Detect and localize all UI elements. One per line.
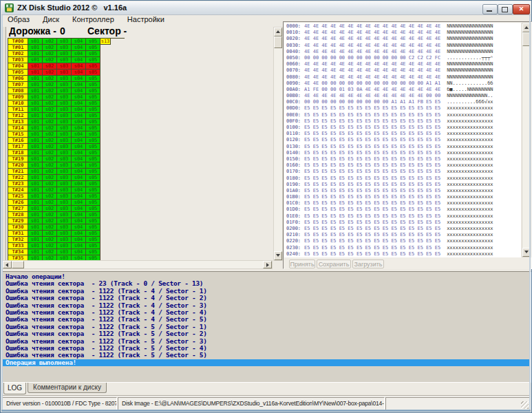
track-cell[interactable]: T#34 [8, 249, 28, 255]
sector-cell-ok[interactable]: s05 [86, 193, 100, 200]
sector-cell-ok[interactable]: s05 [86, 237, 100, 243]
sector-cell-ok[interactable]: s05 [86, 100, 100, 107]
sector-cell-ok[interactable]: s04 [72, 243, 86, 249]
grid-vertical-scrollbar[interactable] [273, 27, 283, 261]
sector-cell-ok[interactable]: s04 [72, 138, 86, 144]
sector-cell-ok[interactable]: s04 [72, 51, 86, 57]
sector-cell-ok[interactable]: s01 [28, 88, 43, 94]
sector-cell-ok[interactable]: s05 [86, 175, 100, 181]
sector-cell-ok[interactable]: s05 [86, 218, 100, 224]
sector-cell-ok[interactable]: s03 [57, 138, 72, 144]
sector-cell-ok[interactable]: s04 [72, 144, 86, 150]
sector-cell-ok[interactable]: s05 [86, 51, 100, 57]
sector-cell-ok[interactable]: s03 [57, 125, 72, 131]
track-cell[interactable]: T#00 [8, 39, 28, 45]
track-cell[interactable]: T#27 [8, 206, 28, 212]
track-cell[interactable]: T#07 [8, 82, 28, 88]
track-cell[interactable]: T#26 [8, 200, 28, 206]
sector-cell-ok[interactable]: s05 [86, 57, 100, 63]
sector-cell-ok[interactable]: s04 [72, 212, 86, 218]
sector-cell-ok[interactable]: s01 [28, 156, 43, 162]
sector-cell-ok[interactable]: s02 [43, 162, 57, 169]
sector-cell-extra[interactable]: s13 [100, 39, 111, 45]
menu-item-obraz[interactable]: Образ [2, 15, 35, 24]
sector-cell-ok[interactable]: s02 [43, 51, 57, 57]
sector-cell-bad[interactable]: s05 [86, 70, 100, 76]
scroll-down-button[interactable] [274, 251, 282, 260]
scroll-right-button[interactable] [263, 261, 272, 268]
sector-cell-ok[interactable]: s02 [43, 237, 57, 243]
load-button[interactable]: Загрузить [352, 260, 384, 268]
track-cell[interactable]: T#32 [8, 237, 28, 243]
sector-cell-ok[interactable]: s01 [28, 187, 43, 193]
track-cell[interactable]: T#19 [8, 156, 28, 162]
sector-cell-ok[interactable]: s02 [43, 156, 57, 162]
sector-cell-ok[interactable]: s01 [28, 100, 43, 107]
sector-cell-ok[interactable]: s02 [43, 212, 57, 218]
sector-cell-ok[interactable]: s04 [72, 125, 86, 131]
sector-cell-ok[interactable]: s03 [57, 243, 72, 249]
sector-cell-ok[interactable]: s04 [72, 206, 86, 212]
sector-cell-ok[interactable]: s02 [43, 193, 57, 200]
sector-cell-ok[interactable]: s04 [72, 224, 86, 231]
sector-cell-ok[interactable]: s03 [57, 107, 72, 113]
menu-item-settings[interactable]: Настройки [122, 15, 170, 24]
sector-cell-ok[interactable]: s02 [43, 131, 57, 138]
sector-cell-ok[interactable]: s03 [57, 76, 72, 82]
tab-disk-comments[interactable]: Комментарии к диску [28, 383, 107, 393]
track-cell[interactable]: T#24 [8, 187, 28, 193]
log-line[interactable]: Ошибка чтения сектора - 1122 (Track - 5 … [3, 330, 531, 337]
sector-cell-ok[interactable]: s05 [86, 200, 100, 206]
sector-cell-ok[interactable]: s01 [28, 94, 43, 100]
sector-cell-ok[interactable]: s05 [86, 107, 100, 113]
sector-cell-ok[interactable]: s02 [43, 57, 57, 63]
maximize-button[interactable] [498, 4, 513, 14]
sector-cell-ok[interactable]: s01 [28, 45, 43, 51]
track-cell[interactable]: T#22 [8, 175, 28, 181]
sector-cell-ok[interactable]: s03 [57, 187, 72, 193]
sector-cell-ok[interactable]: s05 [86, 82, 100, 88]
track-cell[interactable]: T#13 [8, 119, 28, 125]
sector-cell-ok[interactable]: s02 [43, 181, 57, 187]
sector-cell-ok[interactable]: s05 [86, 224, 100, 231]
sector-cell-ok[interactable]: s02 [43, 119, 57, 125]
track-cell[interactable]: T#25 [8, 193, 28, 200]
sector-cell-ok[interactable]: s05 [86, 125, 100, 131]
sector-cell-ok[interactable]: s01 [28, 125, 43, 131]
sector-cell-ok[interactable]: s04 [72, 57, 86, 63]
sector-cell-ok[interactable]: s05 [86, 45, 100, 51]
scroll-left-button[interactable] [3, 261, 12, 268]
track-cell[interactable]: T#29 [8, 218, 28, 224]
sector-cell-ok[interactable]: s03 [57, 206, 72, 212]
sector-cell-ok[interactable]: s03 [57, 88, 72, 94]
sector-cell-ok[interactable]: s05 [86, 119, 100, 125]
scroll-down-button[interactable] [522, 248, 531, 257]
resize-grip-icon[interactable] [521, 401, 529, 409]
scroll-thumb[interactable] [274, 36, 282, 48]
sector-cell-ok[interactable]: s01 [28, 224, 43, 231]
sector-cell-ok[interactable]: s03 [57, 231, 72, 237]
sector-cell-ok[interactable]: s05 [86, 181, 100, 187]
track-cell[interactable]: T#03 [8, 57, 28, 63]
sector-cell-ok[interactable]: s04 [72, 218, 86, 224]
title-bar[interactable]: ZX Disk Studio 2012 © v1.16a ✕ [1, 1, 531, 15]
track-cell[interactable]: T#06 [8, 76, 28, 82]
sector-cell-ok[interactable]: s01 [28, 138, 43, 144]
sector-cell-ok[interactable]: s05 [86, 156, 100, 162]
sector-cell-ok[interactable]: s01 [28, 131, 43, 138]
sector-cell-ok[interactable]: s05 [86, 131, 100, 138]
sector-cell-ok[interactable]: s04 [72, 187, 86, 193]
minimize-button[interactable] [482, 4, 498, 14]
track-cell[interactable]: T#30 [8, 224, 28, 231]
sector-cell-ok[interactable]: s01 [28, 218, 43, 224]
sector-cell-ok[interactable]: s01 [28, 113, 43, 119]
sector-cell-ok[interactable]: s04 [72, 45, 86, 51]
sector-cell-ok[interactable]: s01 [28, 175, 43, 181]
sector-cell-ok[interactable]: s03 [57, 169, 72, 175]
sector-cell-ok[interactable]: s02 [43, 206, 57, 212]
sector-cell-ok[interactable]: s05 [86, 243, 100, 249]
sector-cell-ok[interactable]: s05 [86, 150, 100, 156]
sector-cell-ok[interactable]: s05 [86, 162, 100, 169]
sector-cell-ok[interactable]: s02 [43, 100, 57, 107]
track-cell[interactable]: T#14 [8, 125, 28, 131]
